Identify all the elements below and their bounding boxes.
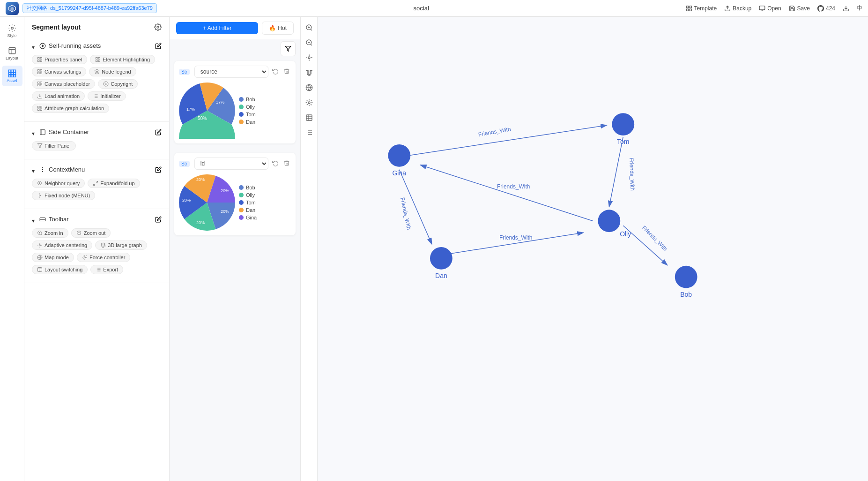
tag-export[interactable]: Export [90,265,123,274]
section-toolbar-header[interactable]: Toolbar [24,213,169,225]
section-context-menu-header[interactable]: ContextMenu [24,163,169,176]
fire-icon: 🔥 [269,25,276,31]
legend-dan-1: Dan [239,119,256,125]
tag-fixed-node[interactable]: Fixed node (MENU) [32,191,95,200]
edit-icon[interactable] [155,216,162,223]
main-content: Style Layout Asset Segment layout Self-r… [0,17,868,481]
svg-point-57 [42,167,43,168]
tag-zoom-out[interactable]: Zoom out [71,228,111,238]
template-action[interactable]: Template [686,5,717,12]
tag-properties-panel[interactable]: Properties panel [32,55,87,64]
node-label-dan: Dan [435,272,447,279]
canvas-center-tool[interactable] [302,51,316,65]
svg-point-77 [84,257,85,258]
svg-rect-17 [11,73,13,75]
tag-attribute-graph-calc[interactable]: Attribute graph calculation [32,104,109,113]
svg-rect-10 [9,47,15,54]
edit-icon[interactable] [155,129,162,135]
section-side-container-header[interactable]: Side Container [24,126,169,138]
tag-expand-fold[interactable]: Expand/fold up [88,179,140,188]
nav-layout-label: Layout [6,56,18,60]
svg-rect-36 [40,72,42,74]
github-count: 424 [826,5,835,12]
filter-delete-button-1[interactable] [282,67,291,77]
canvas-zoom-out-tool[interactable] [302,36,316,50]
tag-layout-switching[interactable]: Layout switching [32,265,88,274]
open-action[interactable]: Open [759,5,781,12]
nav-style[interactable]: Style [2,21,22,41]
nav-layout[interactable]: Layout [2,43,22,64]
canvas-table-tool[interactable] [302,111,316,125]
source-filter-select[interactable]: source [194,66,268,78]
filter-toggle-button[interactable] [281,41,296,56]
open-label: Open [767,5,781,12]
id-legend: Bob Olly Tom Dan [239,185,257,220]
tag-node-legend[interactable]: Node legend [89,67,136,76]
tag-copyright[interactable]: Copyright [98,79,138,89]
play-icon [39,43,46,49]
svg-rect-52 [40,109,42,111]
tag-3d-large-graph[interactable]: 3D large graph [95,240,147,250]
nav-asset[interactable]: Asset [2,66,22,86]
svg-text:20%: 20% [196,220,205,225]
lang-action[interactable]: 中 [857,4,862,12]
tag-zoom-in[interactable]: Zoom in [32,228,68,238]
github-action[interactable]: 424 [817,5,835,12]
svg-point-103 [308,57,310,59]
node-bob[interactable] [675,266,697,288]
node-gina[interactable] [388,144,410,167]
node-tom[interactable] [612,113,634,135]
tag-filter-panel[interactable]: Filter Panel [32,141,76,150]
section-self-running-header[interactable]: Self-running assets [24,39,169,52]
canvas-zoom-in-tool[interactable] [302,21,316,35]
filter-delete-button-2[interactable] [282,159,291,169]
node-olly[interactable] [598,210,620,232]
svg-rect-29 [96,58,98,60]
toolbar-tags: Zoom in Zoom out Adaptive centering 3D l… [24,225,169,277]
svg-rect-26 [40,58,42,60]
add-filter-button[interactable]: + Add Filter [176,22,258,34]
chevron-down-icon [32,167,37,172]
svg-rect-19 [8,75,11,77]
download-action[interactable] [843,5,849,12]
tag-load-animation[interactable]: Load animation [32,91,85,101]
svg-rect-21 [14,75,16,77]
svg-rect-78 [38,268,42,272]
save-action[interactable]: Save [789,5,810,12]
tag-initializer[interactable]: Initializer [88,91,126,101]
svg-rect-20 [11,75,13,77]
gear-icon[interactable] [154,23,162,31]
legend-dot-bob-1 [239,97,244,102]
legend-dot-dan-2 [239,208,244,212]
id-filter-select[interactable]: id [194,158,268,170]
svg-point-9 [11,27,13,30]
topbar: 社交网络: ds_51799247-d95f-4887-b489-ea92ffa… [0,0,868,17]
section-side-container: Side Container Filter Panel [24,122,169,159]
canvas-globe-tool[interactable] [302,81,316,95]
canvas-settings-tool[interactable] [302,96,316,110]
svg-rect-14 [11,70,13,72]
filter-sync-button-1[interactable] [271,67,280,77]
menu-icon [39,166,46,173]
tag-canvas-settings[interactable]: Canvas settings [32,67,86,76]
graph-canvas[interactable]: Friends_With Friends_With Friends_With F… [301,17,868,481]
node-dan[interactable] [430,247,453,270]
tag-neighbor-query[interactable]: Neighbor query [32,179,85,188]
chevron-down-icon [32,217,37,222]
tag-force-controller[interactable]: Force controller [77,253,130,262]
tag-map-mode[interactable]: Map mode [32,253,74,262]
tag-canvas-placeholder[interactable]: Canvas placeholder [32,79,95,89]
edit-icon[interactable] [155,43,162,49]
canvas-magnet-tool[interactable] [302,66,316,80]
ds-label[interactable]: 社交网络: ds_51799247-d95f-4887-b489-ea92ffa… [22,3,157,13]
legend-tom-1: Tom [239,112,256,117]
filter-sync-button-2[interactable] [271,159,280,169]
canvas-list-tool[interactable] [302,126,316,140]
toolbar-icon [39,216,46,223]
graph-svg[interactable]: Friends_With Friends_With Friends_With F… [318,17,868,481]
backup-action[interactable]: Backup [724,5,751,12]
tag-element-highlighting[interactable]: Element Highlighting [90,55,155,64]
edit-icon[interactable] [155,166,162,173]
tag-adaptive-centering[interactable]: Adaptive centering [32,240,92,250]
hot-button[interactable]: 🔥 Hot [262,22,294,35]
